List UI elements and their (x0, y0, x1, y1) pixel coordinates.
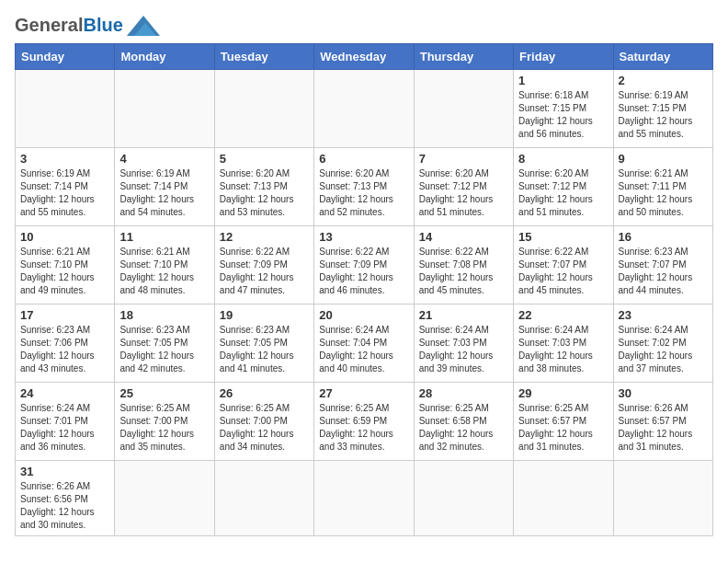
day-number: 31 (20, 465, 109, 478)
day-info: Sunrise: 6:22 AM Sunset: 7:09 PM Dayligh… (220, 246, 309, 297)
day-number: 8 (518, 152, 608, 166)
calendar-day-cell: 7Sunrise: 6:20 AM Sunset: 7:12 PM Daylig… (414, 148, 513, 226)
calendar-day-cell: 8Sunrise: 6:20 AM Sunset: 7:12 PM Daylig… (514, 148, 613, 226)
day-info: Sunrise: 6:20 AM Sunset: 7:13 PM Dayligh… (319, 167, 408, 219)
day-number: 24 (20, 386, 109, 400)
day-number: 26 (220, 386, 309, 400)
logo-text: GeneralBlue (15, 15, 123, 36)
day-info: Sunrise: 6:21 AM Sunset: 7:11 PM Dayligh… (619, 167, 708, 219)
calendar-day-cell: 31Sunrise: 6:26 AM Sunset: 6:56 PM Dayli… (16, 461, 115, 536)
calendar-day-cell (16, 70, 115, 148)
day-info: Sunrise: 6:25 AM Sunset: 7:00 PM Dayligh… (119, 402, 209, 454)
day-number: 23 (619, 308, 708, 322)
calendar-day-cell: 14Sunrise: 6:22 AM Sunset: 7:08 PM Dayli… (414, 226, 513, 304)
day-info: Sunrise: 6:20 AM Sunset: 7:12 PM Dayligh… (419, 167, 508, 219)
weekday-header-saturday: Saturday (613, 44, 712, 70)
day-number: 11 (119, 230, 209, 244)
day-number: 25 (119, 386, 209, 400)
logo-general: General (15, 15, 83, 35)
day-info: Sunrise: 6:25 AM Sunset: 7:00 PM Dayligh… (220, 402, 309, 454)
weekday-header-tuesday: Tuesday (214, 44, 313, 70)
calendar-day-cell: 29Sunrise: 6:25 AM Sunset: 6:57 PM Dayli… (514, 383, 613, 461)
calendar-day-cell (414, 70, 513, 148)
day-number: 22 (518, 308, 608, 322)
day-info: Sunrise: 6:24 AM Sunset: 7:03 PM Dayligh… (419, 324, 508, 375)
day-info: Sunrise: 6:19 AM Sunset: 7:14 PM Dayligh… (20, 167, 109, 219)
day-info: Sunrise: 6:22 AM Sunset: 7:08 PM Dayligh… (419, 246, 508, 297)
calendar-day-cell: 9Sunrise: 6:21 AM Sunset: 7:11 PM Daylig… (613, 148, 712, 226)
weekday-header-friday: Friday (514, 44, 613, 70)
calendar-day-cell: 23Sunrise: 6:24 AM Sunset: 7:02 PM Dayli… (613, 304, 712, 383)
calendar-week-row: 31Sunrise: 6:26 AM Sunset: 6:56 PM Dayli… (16, 461, 713, 536)
calendar-day-cell: 19Sunrise: 6:23 AM Sunset: 7:05 PM Dayli… (214, 304, 313, 383)
day-number: 4 (119, 152, 209, 166)
day-number: 28 (419, 386, 508, 400)
calendar-day-cell: 3Sunrise: 6:19 AM Sunset: 7:14 PM Daylig… (16, 148, 115, 226)
calendar-week-row: 10Sunrise: 6:21 AM Sunset: 7:10 PM Dayli… (16, 226, 713, 304)
day-number: 30 (619, 386, 708, 400)
day-info: Sunrise: 6:21 AM Sunset: 7:10 PM Dayligh… (119, 246, 209, 297)
day-number: 2 (619, 74, 708, 87)
day-info: Sunrise: 6:22 AM Sunset: 7:09 PM Dayligh… (319, 246, 408, 297)
calendar-day-cell: 4Sunrise: 6:19 AM Sunset: 7:14 PM Daylig… (115, 148, 214, 226)
calendar-day-cell: 26Sunrise: 6:25 AM Sunset: 7:00 PM Dayli… (214, 383, 313, 461)
calendar-day-cell (115, 70, 214, 148)
calendar-day-cell: 25Sunrise: 6:25 AM Sunset: 7:00 PM Dayli… (115, 383, 214, 461)
day-number: 21 (419, 308, 508, 322)
day-number: 7 (419, 152, 508, 166)
day-number: 27 (319, 386, 408, 400)
logo-blue: Blue (83, 15, 122, 35)
day-info: Sunrise: 6:21 AM Sunset: 7:10 PM Dayligh… (20, 246, 109, 297)
calendar-day-cell (613, 461, 712, 536)
calendar-day-cell: 21Sunrise: 6:24 AM Sunset: 7:03 PM Dayli… (414, 304, 513, 383)
day-number: 19 (220, 308, 309, 322)
calendar-day-cell: 22Sunrise: 6:24 AM Sunset: 7:03 PM Dayli… (514, 304, 613, 383)
day-number: 10 (20, 230, 109, 244)
weekday-header-sunday: Sunday (16, 44, 115, 70)
calendar-week-row: 3Sunrise: 6:19 AM Sunset: 7:14 PM Daylig… (16, 148, 713, 226)
day-number: 13 (319, 230, 408, 244)
weekday-header-monday: Monday (115, 44, 214, 70)
calendar-day-cell: 27Sunrise: 6:25 AM Sunset: 6:59 PM Dayli… (314, 383, 414, 461)
calendar-day-cell: 13Sunrise: 6:22 AM Sunset: 7:09 PM Dayli… (314, 226, 414, 304)
logo-area: GeneralBlue (15, 15, 160, 36)
calendar-day-cell: 1Sunrise: 6:18 AM Sunset: 7:15 PM Daylig… (514, 70, 613, 148)
day-info: Sunrise: 6:24 AM Sunset: 7:01 PM Dayligh… (20, 402, 109, 454)
calendar-day-cell: 6Sunrise: 6:20 AM Sunset: 7:13 PM Daylig… (314, 148, 414, 226)
day-info: Sunrise: 6:24 AM Sunset: 7:03 PM Dayligh… (518, 324, 608, 375)
day-number: 3 (20, 152, 109, 166)
calendar-day-cell (115, 461, 214, 536)
day-number: 1 (518, 74, 608, 87)
calendar-day-cell: 28Sunrise: 6:25 AM Sunset: 6:58 PM Dayli… (414, 383, 513, 461)
weekday-header-wednesday: Wednesday (314, 44, 414, 70)
calendar-day-cell: 18Sunrise: 6:23 AM Sunset: 7:05 PM Dayli… (115, 304, 214, 383)
day-info: Sunrise: 6:19 AM Sunset: 7:14 PM Dayligh… (119, 167, 209, 219)
calendar-day-cell (414, 461, 513, 536)
calendar-day-cell: 30Sunrise: 6:26 AM Sunset: 6:57 PM Dayli… (613, 383, 712, 461)
day-info: Sunrise: 6:22 AM Sunset: 7:07 PM Dayligh… (518, 246, 608, 297)
day-info: Sunrise: 6:26 AM Sunset: 6:56 PM Dayligh… (20, 480, 109, 532)
calendar-day-cell: 24Sunrise: 6:24 AM Sunset: 7:01 PM Dayli… (16, 383, 115, 461)
day-info: Sunrise: 6:24 AM Sunset: 7:04 PM Dayligh… (319, 324, 408, 375)
calendar-week-row: 1Sunrise: 6:18 AM Sunset: 7:15 PM Daylig… (16, 70, 713, 148)
calendar-day-cell: 15Sunrise: 6:22 AM Sunset: 7:07 PM Dayli… (514, 226, 613, 304)
calendar-day-cell: 11Sunrise: 6:21 AM Sunset: 7:10 PM Dayli… (115, 226, 214, 304)
calendar-day-cell: 2Sunrise: 6:19 AM Sunset: 7:15 PM Daylig… (613, 70, 712, 148)
calendar-day-cell: 5Sunrise: 6:20 AM Sunset: 7:13 PM Daylig… (214, 148, 313, 226)
calendar-week-row: 17Sunrise: 6:23 AM Sunset: 7:06 PM Dayli… (16, 304, 713, 383)
logo-icon (127, 16, 160, 36)
day-info: Sunrise: 6:23 AM Sunset: 7:05 PM Dayligh… (119, 324, 209, 375)
day-info: Sunrise: 6:20 AM Sunset: 7:12 PM Dayligh… (518, 167, 608, 219)
page-header: GeneralBlue (15, 15, 713, 36)
day-number: 14 (419, 230, 508, 244)
day-number: 15 (518, 230, 608, 244)
calendar-day-cell: 12Sunrise: 6:22 AM Sunset: 7:09 PM Dayli… (214, 226, 313, 304)
day-number: 9 (619, 152, 708, 166)
day-info: Sunrise: 6:25 AM Sunset: 6:59 PM Dayligh… (319, 402, 408, 454)
day-info: Sunrise: 6:25 AM Sunset: 6:57 PM Dayligh… (518, 402, 608, 454)
day-info: Sunrise: 6:26 AM Sunset: 6:57 PM Dayligh… (619, 402, 708, 454)
weekday-header-thursday: Thursday (414, 44, 513, 70)
calendar-day-cell (214, 461, 313, 536)
day-info: Sunrise: 6:23 AM Sunset: 7:06 PM Dayligh… (20, 324, 109, 375)
day-number: 12 (220, 230, 309, 244)
